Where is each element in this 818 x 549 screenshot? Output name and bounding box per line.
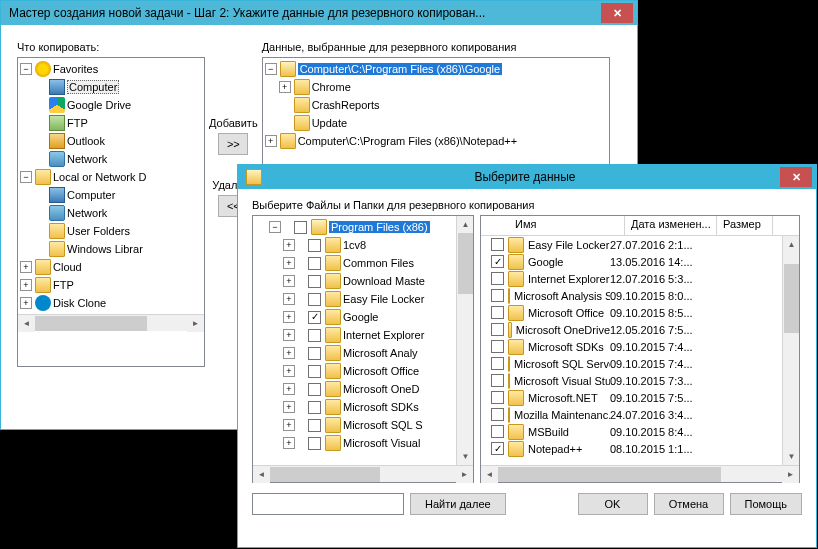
tree-item[interactable]: CrashReports (265, 96, 607, 114)
checkbox[interactable] (491, 323, 504, 336)
scroll-down-icon[interactable]: ▼ (457, 448, 473, 465)
list-row[interactable]: Microsoft Visual Stu...09.10.2015 7:3... (481, 372, 782, 389)
scrollbar-horizontal[interactable]: ◄► (18, 314, 204, 331)
collapse-icon[interactable]: − (269, 221, 281, 233)
tree-item-computer[interactable]: Computer (20, 78, 202, 96)
checkbox[interactable] (491, 340, 504, 353)
checkbox[interactable] (491, 255, 504, 268)
checkbox[interactable] (294, 221, 307, 234)
tree-item-network[interactable]: Network (20, 150, 202, 168)
tree-item[interactable]: +Microsoft Analy (255, 344, 454, 362)
col-date[interactable]: Дата изменен... (625, 216, 717, 235)
tree-item[interactable]: Update (265, 114, 607, 132)
tree-item-favorites[interactable]: −Favorites (20, 60, 202, 78)
checkbox[interactable] (308, 275, 321, 288)
expand-icon[interactable]: + (20, 297, 32, 309)
scroll-up-icon[interactable]: ▲ (783, 236, 799, 253)
scrollbar-horizontal[interactable]: ◄► (253, 465, 473, 482)
tree-item[interactable]: +Computer\C:\Program Files (x86)\Notepad… (265, 132, 607, 150)
tree-item[interactable]: +Easy File Locker (255, 290, 454, 308)
tree-item-winlib[interactable]: Windows Librar (20, 240, 202, 258)
checkbox[interactable] (308, 239, 321, 252)
checkbox[interactable] (491, 408, 504, 421)
scroll-thumb[interactable] (498, 467, 721, 482)
scroll-right-icon[interactable]: ► (187, 315, 204, 332)
tree-item-localnet[interactable]: −Local or Network D (20, 168, 202, 186)
checkbox[interactable] (491, 374, 504, 387)
expand-icon[interactable]: + (279, 81, 291, 93)
scroll-thumb[interactable] (784, 264, 799, 333)
checkbox[interactable] (491, 306, 504, 319)
expand-icon[interactable]: + (283, 419, 295, 431)
list-row[interactable]: Internet Explorer12.07.2016 5:3... (481, 270, 782, 287)
close-button[interactable]: ✕ (780, 167, 812, 187)
checkbox[interactable] (491, 442, 504, 455)
tree-item-gdrive[interactable]: Google Drive (20, 96, 202, 114)
scroll-right-icon[interactable]: ► (782, 466, 799, 483)
help-button[interactable]: Помощь (730, 493, 803, 515)
checkbox[interactable] (491, 289, 504, 302)
scroll-up-icon[interactable]: ▲ (457, 216, 473, 233)
list-row[interactable]: Microsoft Analysis S...09.10.2015 8:0... (481, 287, 782, 304)
checkbox[interactable] (491, 238, 504, 251)
search-input[interactable] (252, 493, 404, 515)
expand-icon[interactable]: + (283, 347, 295, 359)
checkbox[interactable] (308, 401, 321, 414)
expand-icon[interactable]: + (283, 383, 295, 395)
expand-icon[interactable]: + (283, 365, 295, 377)
collapse-icon[interactable]: − (265, 63, 277, 75)
checkbox[interactable] (308, 257, 321, 270)
tree-item-diskclone[interactable]: +Disk Clone (20, 294, 202, 312)
titlebar[interactable]: Выберите данные ✕ (238, 165, 816, 189)
tree-item-root[interactable]: −Program Files (x86) (255, 218, 454, 236)
checkbox[interactable] (491, 357, 504, 370)
expand-icon[interactable]: + (283, 275, 295, 287)
cancel-button[interactable]: Отмена (654, 493, 724, 515)
scroll-left-icon[interactable]: ◄ (481, 466, 498, 483)
list-row[interactable]: Easy File Locker27.07.2016 2:1... (481, 236, 782, 253)
list-row[interactable]: Google13.05.2016 14:... (481, 253, 782, 270)
file-list[interactable]: Имя Дата изменен... Размер Easy File Loc… (480, 215, 800, 483)
collapse-icon[interactable]: − (20, 63, 32, 75)
tree-item-network2[interactable]: Network (20, 204, 202, 222)
expand-icon[interactable]: + (20, 261, 32, 273)
list-row[interactable]: Microsoft SDKs09.10.2015 7:4... (481, 338, 782, 355)
col-name[interactable]: Имя (509, 216, 625, 235)
scrollbar-vertical[interactable]: ▲▼ (782, 236, 799, 465)
checkbox[interactable] (491, 391, 504, 404)
scrollbar-horizontal[interactable]: ◄► (481, 465, 799, 482)
checkbox[interactable] (491, 425, 504, 438)
expand-icon[interactable]: + (283, 437, 295, 449)
tree-item[interactable]: +Google (255, 308, 454, 326)
tree-item-ftp2[interactable]: +FTP (20, 276, 202, 294)
tree-item[interactable]: +Microsoft Office (255, 362, 454, 380)
collapse-icon[interactable]: − (20, 171, 32, 183)
tree-item[interactable]: +Microsoft OneD (255, 380, 454, 398)
tree-item[interactable]: −Computer\C:\Program Files (x86)\Google (265, 60, 607, 78)
ok-button[interactable]: OK (578, 493, 648, 515)
col-size[interactable]: Размер (717, 216, 773, 235)
checkbox[interactable] (308, 365, 321, 378)
scroll-thumb[interactable] (270, 467, 380, 482)
checkbox[interactable] (491, 272, 504, 285)
scroll-left-icon[interactable]: ◄ (253, 466, 270, 483)
expand-icon[interactable]: + (283, 329, 295, 341)
checkbox[interactable] (308, 311, 321, 324)
tree-item-ftp[interactable]: FTP (20, 114, 202, 132)
tree-item-cloud[interactable]: +Cloud (20, 258, 202, 276)
expand-icon[interactable]: + (283, 239, 295, 251)
checkbox[interactable] (308, 437, 321, 450)
tree-item-computer2[interactable]: Computer (20, 186, 202, 204)
tree-item-userfolders[interactable]: User Folders (20, 222, 202, 240)
close-button[interactable]: ✕ (601, 3, 633, 23)
scroll-left-icon[interactable]: ◄ (18, 315, 35, 332)
source-tree[interactable]: −Favorites Computer Google Drive FTP Out… (17, 57, 205, 367)
scroll-thumb[interactable] (458, 233, 473, 294)
tree-item[interactable]: +Chrome (265, 78, 607, 96)
list-row[interactable]: Microsoft.NET09.10.2015 7:5... (481, 389, 782, 406)
expand-icon[interactable]: + (265, 135, 277, 147)
checkbox[interactable] (308, 293, 321, 306)
tree-item[interactable]: +Microsoft SQL S (255, 416, 454, 434)
tree-item[interactable]: +Internet Explorer (255, 326, 454, 344)
list-row[interactable]: Microsoft OneDrive12.05.2016 7:5... (481, 321, 782, 338)
